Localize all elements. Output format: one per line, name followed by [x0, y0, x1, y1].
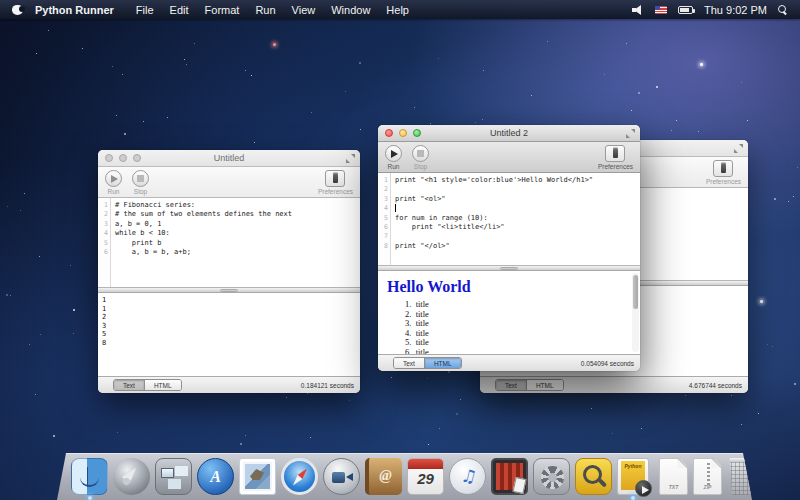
code-line: # the sum of two elements defines the ne… — [115, 210, 360, 219]
stop-icon — [137, 175, 144, 182]
dock-zip-document-label: ZIP — [694, 484, 721, 490]
code-text[interactable]: # Fibonacci series:# the sum of two elem… — [111, 198, 360, 287]
text-mode-button[interactable]: Text — [496, 380, 526, 390]
scrollbar-thumb[interactable] — [633, 275, 638, 309]
code-line — [395, 204, 640, 213]
stop-label: Stop — [134, 188, 147, 195]
spotlight-icon[interactable] — [778, 5, 788, 15]
splitter-handle-icon[interactable] — [500, 267, 518, 270]
battery-icon[interactable] — [678, 6, 693, 14]
run-button[interactable] — [105, 170, 122, 187]
menu-help[interactable]: Help — [386, 4, 409, 16]
code-text[interactable]: print "<h1 style='color:blue'>Hello Worl… — [391, 173, 640, 265]
list-item: 4. title — [405, 329, 640, 339]
volume-icon[interactable] — [632, 5, 644, 15]
code-line: print "<li>title</li>" — [395, 223, 640, 232]
code-editor[interactable]: 123456 # Fibonacci series:# the sum of t… — [98, 198, 360, 287]
dock-item-system-preferences — [533, 458, 570, 495]
menu-format[interactable]: Format — [205, 4, 240, 16]
dock-item-zip-document: ZIP — [693, 458, 722, 495]
dock-python-runner-label: Python — [618, 463, 648, 469]
text-mode-button[interactable]: Text — [114, 380, 144, 390]
line-number: 1 — [378, 176, 388, 185]
fullscreen-icon[interactable] — [346, 154, 355, 163]
code-line: print "</ol>" — [395, 242, 640, 251]
window-footer: Text HTML 4.676744 seconds — [480, 376, 748, 393]
stop-button[interactable] — [412, 145, 429, 162]
dock-app-store-icon[interactable]: A — [197, 458, 234, 495]
line-number: 7 — [378, 232, 388, 241]
apple-menu-icon[interactable] — [12, 4, 23, 15]
scrollbar[interactable] — [632, 273, 639, 352]
app-menu-title[interactable]: Python Runner — [35, 4, 114, 16]
line-number-gutter: 123456 — [98, 198, 111, 287]
menu-run[interactable]: Run — [255, 4, 275, 16]
titlebar[interactable]: Untitled — [98, 150, 360, 167]
html-mode-button[interactable]: HTML — [424, 358, 461, 368]
dock-item-safari — [281, 458, 318, 495]
input-flag-icon[interactable] — [655, 6, 667, 14]
dock-search-utility-icon[interactable] — [575, 458, 612, 495]
preferences-label: Preferences — [706, 178, 741, 185]
line-number: 3 — [378, 195, 388, 204]
dock-python-runner-icon[interactable]: Python — [617, 458, 649, 495]
code-line — [395, 232, 640, 241]
dock-mission-control-icon[interactable] — [155, 458, 192, 495]
dock-item-mail — [239, 458, 276, 495]
run-button[interactable] — [385, 145, 402, 162]
output-mode-segmented-control: Text HTML — [495, 379, 564, 391]
dock-zip-document-icon[interactable]: ZIP — [693, 458, 722, 495]
line-number: 3 — [98, 220, 108, 229]
preferences-button[interactable] — [605, 145, 625, 162]
dock-ical-icon[interactable]: 29 — [407, 458, 444, 495]
text-mode-button[interactable]: Text — [394, 358, 424, 368]
code-line: print "<ol>" — [395, 195, 640, 204]
dock-photo-booth-icon[interactable] — [491, 458, 528, 495]
dock-txt-document-label: TXT — [660, 484, 687, 490]
dock-safari-icon[interactable] — [281, 458, 318, 495]
code-line: for num in range (10): — [395, 214, 640, 223]
menu-edit[interactable]: Edit — [170, 4, 189, 16]
dock-mail-icon[interactable] — [239, 458, 276, 495]
preferences-button[interactable] — [325, 170, 345, 187]
dock-address-book-icon[interactable]: @ — [365, 458, 402, 495]
splitter-handle-icon[interactable] — [220, 289, 238, 292]
menu-window[interactable]: Window — [331, 4, 370, 16]
running-indicator — [88, 496, 92, 500]
output-pane[interactable]: Hello World 1. title2. title3. title4. t… — [378, 271, 640, 354]
dock-item-address-book: @ — [365, 458, 402, 495]
dock-facetime-icon[interactable] — [323, 458, 360, 495]
play-badge-icon — [635, 480, 652, 497]
menu-file[interactable]: File — [136, 4, 154, 16]
html-mode-button[interactable]: HTML — [526, 380, 563, 390]
code-editor[interactable]: 12345678 print "<h1 style='color:blue'>H… — [378, 173, 640, 265]
run-label: Run — [108, 188, 120, 195]
preferences-button[interactable] — [713, 160, 733, 177]
code-line: print "<h1 style='color:blue'>Hello Worl… — [395, 176, 640, 185]
titlebar[interactable]: Untitled 2 — [378, 125, 640, 142]
fullscreen-icon[interactable] — [626, 129, 635, 138]
dock-app-store-label: A — [198, 468, 233, 486]
fullscreen-icon[interactable] — [734, 144, 743, 153]
code-line: a, b = b, a+b; — [115, 248, 360, 257]
run-tool: Run — [385, 145, 402, 170]
output-pane[interactable]: 1 1 2 3 5 8 — [98, 293, 360, 376]
menu-bar-clock[interactable]: Thu 9:02 PM — [704, 4, 767, 16]
list-item: 2. title — [405, 310, 640, 320]
dock-txt-document-icon[interactable]: TXT — [659, 458, 688, 495]
menu-view[interactable]: View — [292, 4, 316, 16]
dock-finder-icon[interactable] — [71, 458, 108, 495]
stop-button[interactable] — [132, 170, 149, 187]
dock-system-preferences-icon[interactable] — [533, 458, 570, 495]
window-untitled: Untitled Run Stop Preferences 123456 # F… — [98, 150, 360, 393]
dock-item-facetime — [323, 458, 360, 495]
dock-item-ical: 29 — [407, 458, 444, 495]
menu-bar-status-area: Thu 9:02 PM — [632, 4, 792, 16]
dock-itunes-icon[interactable]: ♫ — [449, 458, 486, 495]
dock-itunes-label: ♫ — [450, 466, 485, 486]
html-mode-button[interactable]: HTML — [144, 380, 181, 390]
dock-launchpad-icon[interactable] — [113, 458, 150, 495]
output-text: 1 1 2 3 5 8 — [98, 293, 360, 351]
code-line: while b < 10: — [115, 229, 360, 238]
run-time: 0.184121 seconds — [301, 382, 354, 389]
